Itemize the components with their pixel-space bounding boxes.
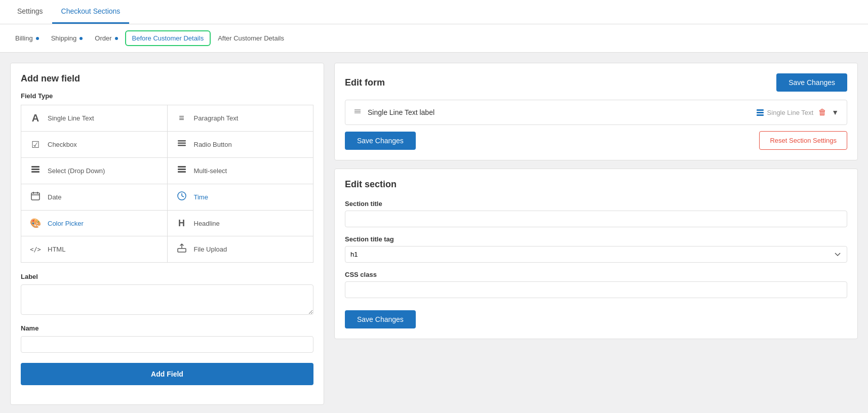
nav-label-before-customer: Before Customer Details [132,34,204,42]
svg-rect-7 [178,169,186,170]
color-picker-icon: 🎨 [29,218,42,229]
field-type-badge-icon: Single Line Text [756,108,814,116]
field-type-text: Single Line Text [767,109,814,116]
left-panel-title: Add new field [21,73,313,84]
name-section: Name [21,324,313,353]
headline-label: Headline [194,220,220,227]
section-nav-order[interactable]: Order [90,31,123,45]
radio-button-icon [176,139,188,150]
field-color-picker[interactable]: 🎨 Color Picker [21,211,167,236]
field-row-dropdown-icon[interactable]: ▼ [832,108,839,116]
svg-rect-1 [178,143,186,144]
label-textarea[interactable] [21,284,313,315]
name-section-title: Name [21,324,313,332]
field-time[interactable]: Time [168,184,313,210]
section-title-label: Section title [345,200,847,208]
svg-rect-2 [178,145,186,146]
select-dropdown-label: Select (Drop Down) [48,167,105,175]
field-date[interactable]: Date [21,184,167,210]
multi-select-icon [176,165,188,177]
section-nav-before-customer[interactable]: Before Customer Details [125,30,211,46]
svg-rect-16 [178,249,186,252]
field-file-upload[interactable]: File Upload [168,236,313,262]
section-title-input[interactable] [345,211,847,227]
svg-rect-4 [31,169,40,170]
svg-rect-21 [757,112,764,113]
svg-rect-5 [31,171,40,173]
nav-dot-order [115,37,118,40]
field-radio-button[interactable]: Radio Button [168,132,313,157]
section-title-tag-label: Section title tag [345,235,847,243]
file-upload-icon [176,243,188,255]
section-nav-billing[interactable]: Billing [10,31,44,45]
headline-icon: H [176,218,188,229]
date-icon [29,191,42,203]
delete-field-icon[interactable]: 🗑 [818,108,826,117]
svg-rect-9 [31,193,40,200]
section-nav-after-customer[interactable]: After Customer Details [213,31,289,45]
color-picker-label: Color Picker [48,220,84,227]
tab-settings[interactable]: Settings [8,0,52,24]
nav-label-order: Order [95,34,111,42]
file-upload-label: File Upload [194,245,227,253]
svg-rect-20 [757,109,764,111]
edit-form-title: Edit form [345,77,385,88]
section-title-tag-group: Section title tag h1 h2 h3 h4 h5 h6 p sp… [345,235,847,263]
section-title-group: Section title [345,200,847,227]
field-headline[interactable]: H Headline [168,211,313,236]
top-save-changes-button[interactable]: Save Changes [776,73,847,92]
single-text-icon: A [29,112,42,124]
css-class-group: CSS class [345,271,847,298]
section-save-changes-button[interactable]: Save Changes [345,310,416,328]
section-nav: Billing Shipping Order Before Customer D… [0,24,868,53]
nav-dot-billing [36,37,39,40]
tab-checkout-sections[interactable]: Checkout Sections [52,0,130,24]
form-save-changes-button[interactable]: Save Changes [345,132,416,150]
field-select-dropdown[interactable]: Select (Drop Down) [21,158,167,184]
radio-button-label: Radio Button [194,141,232,148]
svg-rect-8 [178,171,186,173]
top-tabs: Settings Checkout Sections [0,0,868,24]
section-nav-shipping[interactable]: Shipping [46,31,88,45]
nav-dot-shipping [80,37,83,40]
field-type-label: Field Type [21,92,313,100]
paragraph-text-icon: ≡ [176,113,188,123]
edit-section-title: Edit section [345,179,847,190]
select-dropdown-icon [29,165,42,177]
field-type-grid: A Single Line Text ≡ Paragraph Text ☑ Ch… [21,105,313,263]
field-paragraph-text[interactable]: ≡ Paragraph Text [168,105,313,131]
single-text-label: Single Line Text [48,114,94,122]
svg-rect-0 [178,140,186,142]
name-input[interactable] [21,336,313,353]
multi-select-label: Multi-select [194,167,227,175]
drag-handle-icon [353,107,362,117]
edit-section-block: Edit section Section title Section title… [334,169,858,339]
field-html[interactable]: </> HTML [21,236,167,262]
field-checkbox[interactable]: ☑ Checkbox [21,132,167,157]
add-field-button[interactable]: Add Field [21,363,313,385]
section-title-tag-select[interactable]: h1 h2 h3 h4 h5 h6 p span [345,246,847,263]
form-field-label: Single Line Text label [368,108,435,116]
checkbox-label: Checkbox [48,141,77,148]
reset-section-button[interactable]: Reset Section Settings [759,131,847,150]
edit-form-section: Edit form Save Changes Single Line Text … [334,63,858,160]
label-section-title: Label [21,273,313,280]
html-icon: </> [29,246,42,253]
date-label: Date [48,193,61,201]
html-label: HTML [48,245,65,253]
time-icon [176,191,188,203]
svg-rect-3 [31,166,40,168]
svg-rect-22 [757,114,764,116]
field-single-text[interactable]: A Single Line Text [21,105,167,131]
nav-label-billing: Billing [15,34,33,42]
left-panel: Add new field Field Type A Single Line T… [10,63,324,405]
svg-rect-6 [178,166,186,168]
css-class-label: CSS class [345,271,847,278]
label-section: Label [21,273,313,316]
css-class-input[interactable] [345,281,847,298]
svg-line-15 [182,196,184,197]
checkbox-icon: ☑ [29,139,42,150]
field-multi-select[interactable]: Multi-select [168,158,313,184]
right-panel: Edit form Save Changes Single Line Text … [334,63,858,405]
nav-label-shipping: Shipping [51,34,77,42]
